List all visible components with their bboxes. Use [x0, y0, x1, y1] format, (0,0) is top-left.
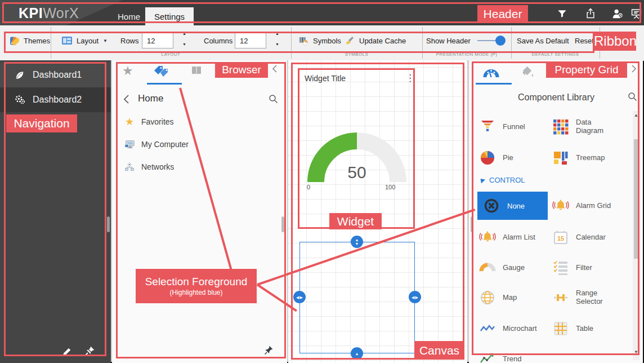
selection-foreground-subtitle: (Highlighted blue) [169, 289, 222, 297]
library-item-none-selected[interactable]: None [477, 192, 548, 220]
scroll-down-icon[interactable]: ▼ [633, 349, 639, 356]
resize-handle-top[interactable]: ▲▼ [351, 236, 363, 248]
ribbon-bar: Themes Layout ▼ Rows 12 ▲▼ Columns 12 ▲▼ [0, 25, 644, 61]
library-item-alarm-grid[interactable]: Alarm Grid [552, 193, 625, 218]
library-item-trend[interactable]: Trend [479, 347, 552, 363]
edit-pencil-icon[interactable] [62, 347, 72, 359]
search-icon[interactable] [628, 92, 637, 104]
alarm-grid-icon [552, 197, 569, 214]
unpin-icon[interactable] [84, 346, 95, 358]
control-section-header[interactable]: CONTROL [479, 176, 525, 184]
app-logo: KPIWorX [19, 5, 79, 21]
tab-settings[interactable]: Settings [145, 7, 194, 25]
nav-item-dashboard2[interactable]: Dashboard2 [0, 87, 111, 112]
columns-input[interactable]: 12 [235, 30, 266, 51]
resize-handle-right[interactable]: ◀▶ [409, 291, 421, 303]
star-icon: ★ [124, 117, 135, 127]
browser-item-my-computer[interactable]: My Computer [124, 139, 189, 149]
library-item-table[interactable]: Table [552, 316, 625, 341]
browser-breadcrumb[interactable]: Home [138, 93, 163, 104]
map-globe-icon [479, 289, 496, 306]
share-icon[interactable] [584, 7, 597, 20]
layout-dropdown[interactable]: Layout ▼ [62, 30, 108, 51]
columns-label: Columns [204, 30, 232, 51]
alarm-list-icon [479, 229, 496, 246]
library-item-data-diagram[interactable]: Data Diagram [552, 114, 625, 139]
favorites-tab-star-icon[interactable]: ★ [122, 64, 133, 78]
back-icon[interactable] [123, 95, 129, 106]
kpiworx-app: KPIWorX Home Settings [0, 0, 644, 363]
tab-home[interactable]: Home [113, 7, 145, 25]
symbols-button[interactable]: Symbols [298, 30, 341, 51]
data-diagram-icon [552, 118, 569, 135]
library-item-calendar[interactable]: 15 Calendar [552, 225, 625, 250]
filter-icon[interactable] [555, 7, 569, 20]
library-item-range-selector[interactable]: Range Selector [552, 285, 625, 310]
symbols-icon [298, 36, 308, 46]
presentation-icon[interactable] [629, 7, 643, 20]
funnel-icon [479, 118, 496, 135]
annotation-label-navigation: Navigation [6, 114, 77, 132]
selected-widget-outline[interactable] [299, 242, 415, 353]
update-cache-icon [345, 36, 355, 46]
scrollbar-thumb[interactable] [634, 139, 638, 259]
components-tab-gauge-icon[interactable] [482, 65, 500, 81]
pin-icon[interactable] [264, 345, 274, 357]
library-item-map[interactable]: Map [479, 285, 552, 310]
search-icon[interactable] [269, 94, 278, 106]
rows-stepper[interactable]: ▲▼ [180, 30, 189, 47]
ribbon-group-layout: LAYOUT [51, 52, 291, 57]
navigation-panel: Dashboard1 Dashboard2 [0, 60, 111, 363]
tags-tab-icon[interactable] [154, 65, 169, 79]
save-as-default-button[interactable]: Save As Default [517, 30, 569, 51]
annotation-label-canvas: Canvas [414, 341, 464, 360]
selected-tab-underline [476, 83, 512, 85]
annotation-label-header: Header [477, 5, 528, 23]
annotation-label-browser: Browser [215, 62, 268, 78]
layout-icon [62, 36, 72, 46]
library-item-gauge[interactable]: Gauge [479, 255, 552, 280]
gauge-value: 50 [339, 163, 374, 182]
browser-item-networks[interactable]: Networks [124, 162, 174, 172]
treemap-icon [552, 149, 569, 166]
themes-button[interactable]: Themes [9, 30, 50, 51]
columns-stepper[interactable]: ▲▼ [273, 30, 281, 47]
show-header-label: Show Header [426, 30, 471, 51]
ribbon-group-defaults: DEFAULT SETTINGS [511, 52, 600, 57]
library-item-pie[interactable]: Pie [479, 145, 552, 170]
collapse-left-icon[interactable] [272, 65, 278, 74]
library-item-funnel[interactable]: Funnel [479, 114, 552, 139]
resize-handle-bottom[interactable]: ▲ [351, 347, 363, 360]
reset-button[interactable]: Reset [575, 30, 594, 51]
nav-item-dashboard1[interactable]: Dashboard1 [0, 63, 111, 87]
browser-item-favorites[interactable]: ★ Favorites [124, 117, 174, 127]
library-item-filter[interactable]: Filter [552, 255, 625, 280]
show-header-toggle[interactable] [477, 30, 503, 51]
themes-icon [9, 36, 19, 46]
appearance-tab-paint-icon[interactable] [521, 66, 535, 81]
splitter-handle[interactable] [107, 216, 110, 232]
book-tab-icon[interactable] [191, 65, 202, 78]
chevron-down-icon: ▼ [103, 38, 108, 43]
splitter-handle[interactable] [471, 216, 473, 232]
gauge-min-label: 0 [307, 184, 310, 191]
range-selector-icon [552, 289, 569, 306]
widget-menu-icon[interactable]: ⋮ [405, 72, 415, 84]
none-icon [483, 197, 500, 214]
rows-label: Rows [120, 30, 139, 51]
scroll-up-icon[interactable]: ▲ [633, 112, 639, 119]
collapse-triangle-icon [478, 176, 485, 183]
canvas-panel[interactable]: Widget Title ⋮ 50 0 100 ▲▼ ◀▶ ◀▶ ▲ [288, 60, 467, 363]
library-item-alarm-list[interactable]: Alarm List [479, 225, 552, 250]
library-item-microchart[interactable]: Microchart [479, 316, 552, 341]
update-cache-button[interactable]: Update Cache [345, 30, 406, 51]
computer-icon [124, 139, 135, 149]
resize-handle-left[interactable]: ◀▶ [293, 291, 306, 303]
user-icon[interactable] [611, 7, 624, 20]
expand-right-icon[interactable] [631, 65, 637, 74]
splitter-handle[interactable] [281, 216, 284, 232]
rows-input[interactable]: 12 [142, 30, 173, 51]
gears-icon [15, 95, 25, 105]
library-item-treemap[interactable]: Treemap [552, 145, 625, 170]
app-header: KPIWorX Home Settings [0, 0, 644, 25]
